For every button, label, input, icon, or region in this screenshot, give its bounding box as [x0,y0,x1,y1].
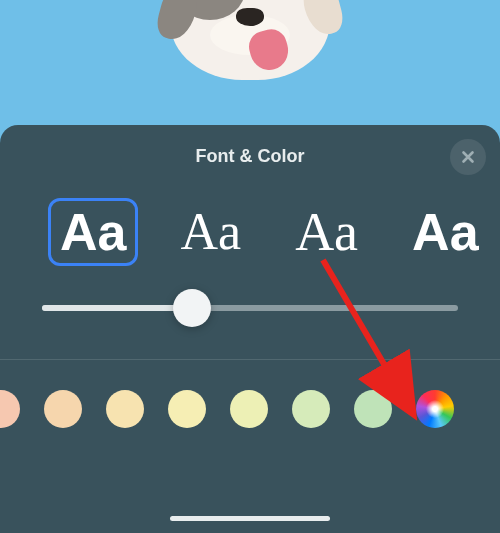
font-options-row: Aa Aa Aa Aa [0,187,500,267]
color-swatch-row [0,360,500,428]
close-button[interactable] [450,139,486,175]
color-swatch-4[interactable] [168,390,206,428]
color-swatch-7[interactable] [354,390,392,428]
color-swatch-6[interactable] [292,390,330,428]
slider-progress [42,305,192,311]
slider-thumb[interactable] [173,289,211,327]
memoji-avatar [150,0,350,90]
font-option-3[interactable]: Aa [283,197,370,267]
close-icon [459,148,477,166]
color-swatch-3[interactable] [106,390,144,428]
font-option-2[interactable]: Aa [168,198,253,266]
panel-header: Font & Color [0,125,500,187]
font-option-4[interactable]: Aa [400,198,490,266]
color-swatch-1[interactable] [0,390,20,428]
font-option-1[interactable]: Aa [48,198,138,266]
color-swatch-2[interactable] [44,390,82,428]
avatar-preview [0,0,500,130]
color-picker-button[interactable] [416,390,454,428]
slider-track [42,305,458,311]
panel-title: Font & Color [196,146,305,167]
size-slider[interactable] [0,267,500,311]
color-swatch-5[interactable] [230,390,268,428]
home-indicator[interactable] [170,516,330,521]
font-color-panel: Font & Color Aa Aa Aa Aa [0,125,500,533]
